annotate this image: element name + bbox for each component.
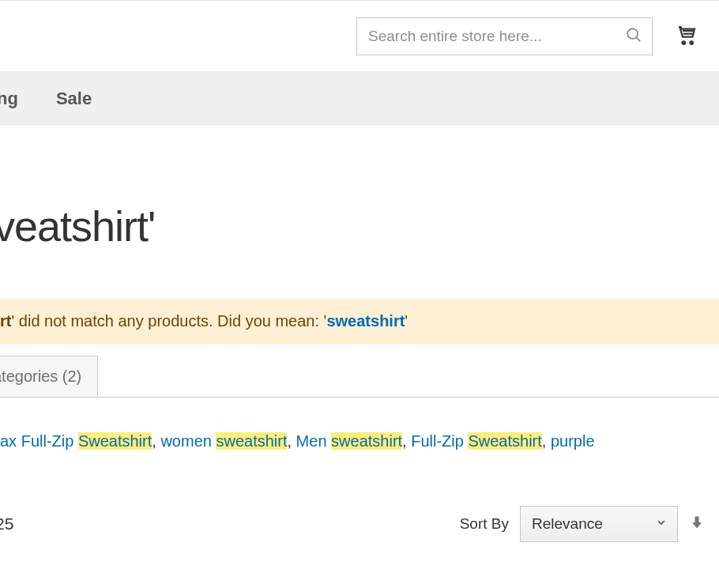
no-results-message: rt' did not match any products. Did you … — [0, 298, 719, 345]
sort-controls: Sort By Relevance — [460, 506, 705, 542]
svg-point-2 — [683, 41, 686, 44]
message-closer: ' — [405, 312, 408, 330]
nav-item-sale[interactable]: Sale — [56, 89, 92, 109]
related-link-4[interactable]: Full-Zip Sweatshirt — [411, 432, 542, 450]
sort-value: Relevance — [532, 515, 603, 533]
highlight: Sweatshirt — [78, 432, 152, 450]
result-count: 25 — [0, 514, 13, 533]
top-bar — [0, 0, 719, 71]
svg-point-3 — [691, 41, 694, 44]
sort-by-label: Sort By — [460, 515, 509, 533]
chevron-down-icon — [655, 515, 668, 533]
related-link-2[interactable]: women sweatshirt — [160, 432, 287, 450]
tab-underline — [0, 397, 719, 398]
tab-related-categories[interactable]: ategories (2) — [0, 356, 98, 398]
highlight: Sweatshirt — [468, 432, 541, 450]
cart-icon[interactable] — [675, 23, 698, 50]
sort-select[interactable]: Relevance — [520, 506, 678, 542]
nav-item-partial[interactable]: ng — [0, 89, 18, 109]
category-nav: ng Sale — [0, 71, 719, 126]
related-link-5[interactable]: purple — [551, 432, 595, 450]
related-terms: ax Full-Zip Sweatshirt, women sweatshirt… — [0, 432, 719, 450]
page-title: veatshirt' — [0, 202, 719, 251]
highlight: sweatshirt — [331, 432, 402, 450]
search-input[interactable] — [357, 18, 652, 55]
related-link-1[interactable]: ax Full-Zip Sweatshirt — [0, 432, 152, 450]
message-body: ' did not match any products. Did you me… — [11, 312, 326, 330]
toolbar: 25 Sort By Relevance — [0, 506, 719, 542]
search-box[interactable] — [356, 17, 653, 55]
suggestion-link[interactable]: sweatshirt — [326, 312, 405, 330]
searched-term: rt — [0, 312, 11, 330]
related-link-3[interactable]: Men sweatshirt — [296, 432, 403, 450]
highlight: sweatshirt — [216, 432, 287, 450]
sort-direction-button[interactable] — [689, 514, 705, 533]
